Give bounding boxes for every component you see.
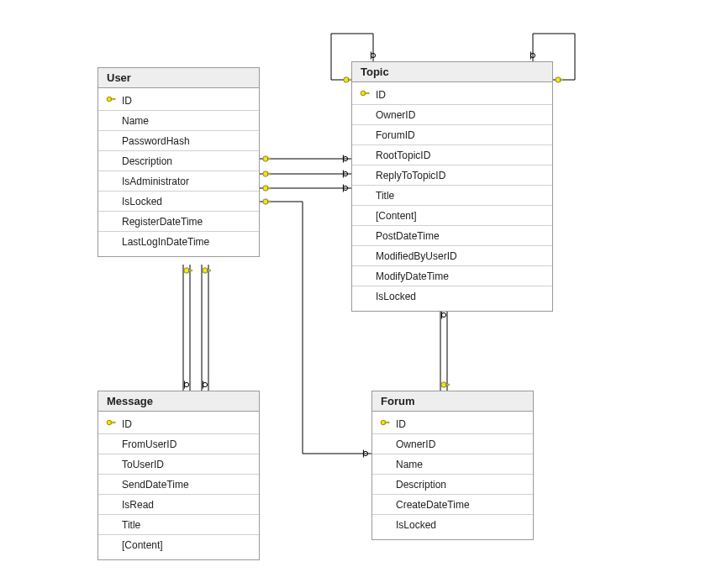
svg-rect-16	[365, 92, 369, 94]
column-row[interactable]: [Content]	[352, 206, 552, 226]
column-row[interactable]: ToUserID	[98, 454, 259, 475]
column-row[interactable]: IsRead	[98, 495, 259, 515]
column-name: IsAdministrator	[119, 176, 250, 187]
column-name: RootTopicID	[372, 150, 544, 161]
column-row[interactable]: LastLogInDateTime	[98, 232, 259, 251]
column-row[interactable]: IsLocked	[98, 192, 259, 212]
pk-icon	[377, 419, 393, 429]
entity-message-columns: ID FromUserID ToUserID SendDateTime IsRe…	[98, 412, 259, 559]
column-row[interactable]: ID	[352, 85, 552, 105]
svg-rect-18	[111, 422, 115, 423]
column-row[interactable]: OwnerID	[372, 434, 533, 454]
column-name: PasswordHash	[119, 135, 250, 147]
column-row[interactable]: IsLocked	[372, 515, 533, 534]
column-row[interactable]: FromUserID	[98, 434, 259, 454]
column-row[interactable]: PasswordHash	[98, 131, 259, 151]
rel-user-topic	[260, 155, 351, 192]
entity-message[interactable]: Message ID FromUserID ToUserID SendDateT…	[97, 391, 260, 560]
column-name: FromUserID	[119, 438, 250, 450]
column-name: ToUserID	[119, 459, 250, 470]
column-name: ModifyDateTime	[372, 270, 544, 282]
column-name: LastLogInDateTime	[119, 236, 250, 248]
column-name: ID	[119, 95, 250, 107]
entity-topic[interactable]: Topic ID OwnerID ForumID RootTopicID Rep…	[351, 61, 553, 312]
column-name: ID	[119, 418, 250, 430]
column-row[interactable]: OwnerID	[352, 105, 552, 125]
column-name: Description	[393, 479, 524, 491]
entity-user-columns: ID Name PasswordHash Description IsAdmin…	[98, 88, 259, 256]
entity-forum-title: Forum	[372, 391, 533, 412]
column-name: Title	[119, 519, 250, 531]
column-name: [Content]	[372, 210, 544, 222]
entity-forum-columns: ID OwnerID Name Description CreateDateTi…	[372, 412, 533, 539]
column-name: ReplyToTopicID	[372, 170, 544, 181]
column-row[interactable]: ModifiedByUserID	[352, 246, 552, 266]
column-name: IsLocked	[372, 291, 544, 302]
column-row[interactable]: IsAdministrator	[98, 171, 259, 192]
column-row[interactable]: ForumID	[352, 125, 552, 145]
column-name: IsLocked	[393, 519, 524, 531]
column-name: OwnerID	[372, 109, 544, 121]
rel-topic-forum	[440, 309, 450, 391]
column-row[interactable]: CreateDateTime	[372, 495, 533, 515]
column-name: ID	[393, 418, 524, 430]
pk-icon	[103, 419, 119, 429]
column-row[interactable]: SendDateTime	[98, 475, 259, 495]
column-row[interactable]: PostDateTime	[352, 226, 552, 246]
column-row[interactable]: Name	[372, 454, 533, 475]
column-name: Name	[393, 459, 524, 470]
svg-rect-20	[385, 422, 389, 423]
column-row[interactable]: ModifyDateTime	[352, 266, 552, 286]
entity-user[interactable]: User ID Name PasswordHash Description Is…	[97, 67, 260, 257]
column-row[interactable]: Title	[352, 186, 552, 206]
column-name: Name	[119, 115, 250, 127]
column-row[interactable]: IsLocked	[352, 286, 552, 306]
entity-forum[interactable]: Forum ID OwnerID Name Description Create…	[371, 391, 534, 540]
column-name: IsRead	[119, 499, 250, 511]
column-row[interactable]: ReplyToTopicID	[352, 165, 552, 186]
column-name: ModifiedByUserID	[372, 250, 544, 262]
column-name: [Content]	[119, 539, 250, 551]
column-name: SendDateTime	[119, 479, 250, 491]
column-name: PostDateTime	[372, 230, 544, 242]
column-row[interactable]: RegisterDateTime	[98, 212, 259, 232]
column-name: RegisterDateTime	[119, 216, 250, 228]
column-row[interactable]: Description	[372, 475, 533, 495]
column-row[interactable]: Description	[98, 151, 259, 171]
column-row[interactable]: [Content]	[98, 535, 259, 554]
column-row[interactable]: Name	[98, 111, 259, 131]
entity-user-title: User	[98, 68, 259, 88]
svg-rect-14	[111, 98, 115, 100]
column-name: Title	[372, 190, 544, 202]
entity-topic-columns: ID OwnerID ForumID RootTopicID ReplyToTo…	[352, 82, 552, 311]
column-name: Description	[119, 155, 250, 167]
entity-message-title: Message	[98, 391, 259, 412]
column-row[interactable]: ID	[98, 414, 259, 434]
pk-icon	[357, 90, 372, 100]
column-name: CreateDateTime	[393, 499, 524, 511]
column-name: ForumID	[372, 129, 544, 141]
column-name: IsLocked	[119, 196, 250, 207]
entity-topic-title: Topic	[352, 62, 552, 82]
rel-user-message	[183, 265, 211, 391]
column-row[interactable]: ID	[98, 91, 259, 111]
column-row[interactable]: Title	[98, 515, 259, 535]
column-row[interactable]: RootTopicID	[352, 145, 552, 165]
column-name: OwnerID	[393, 438, 524, 450]
column-row[interactable]: ID	[372, 414, 533, 434]
column-name: ID	[372, 89, 544, 101]
pk-icon	[103, 96, 119, 106]
